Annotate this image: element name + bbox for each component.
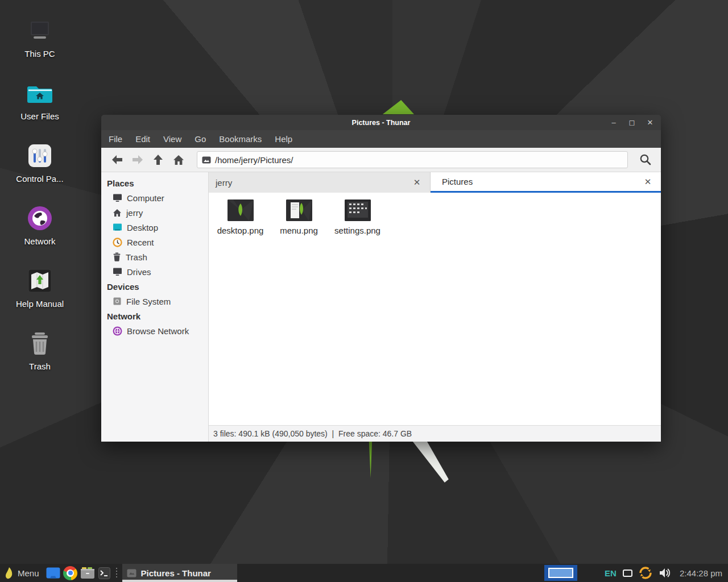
sidebar-item-computer[interactable]: Computer xyxy=(101,190,208,205)
update-manager-icon[interactable] xyxy=(639,566,652,580)
help-manual-icon xyxy=(10,267,69,294)
system-tray: EN 2:44:28 pm xyxy=(605,566,728,580)
sidebar-item-recent[interactable]: Recent xyxy=(101,235,208,250)
sidebar-item-jerry[interactable]: jerry xyxy=(101,205,208,220)
image-file-icon xyxy=(202,156,211,164)
monitor-icon xyxy=(113,267,122,276)
sidebar-item-label: File System xyxy=(126,297,171,306)
sidebar-item-trash[interactable]: Trash xyxy=(101,250,208,264)
sidebar-item-label: Drives xyxy=(127,267,151,277)
search-button[interactable] xyxy=(636,151,655,169)
sidebar-heading-places: Places xyxy=(101,176,208,190)
desktop-icon xyxy=(113,223,122,232)
menu-file[interactable]: File xyxy=(107,132,123,146)
desktop-icon-control-panel[interactable]: Control Pa... xyxy=(10,142,69,184)
menu-bar: File Edit View Go Bookmarks Help xyxy=(101,130,661,148)
menu-view[interactable]: View xyxy=(162,132,183,146)
forward-arrow-icon xyxy=(131,155,144,165)
taskbar-window-label: Pictures - Thunar xyxy=(141,568,211,578)
desktop-icon-label: Help Manual xyxy=(10,299,69,309)
status-text: 3 files: 490.1 kB (490,050 bytes) | Free… xyxy=(213,429,412,438)
window-titlebar[interactable]: Pictures - Thunar – ◻ ✕ xyxy=(101,115,661,130)
image-thumbnail xyxy=(345,199,371,221)
sidebar-heading-devices: Devices xyxy=(101,279,208,294)
sidebar-item-label: Computer xyxy=(127,193,164,203)
desktop-icon-user-files[interactable]: User Files xyxy=(10,80,69,121)
sidebar-item-label: Desktop xyxy=(127,223,158,232)
clock-icon xyxy=(113,238,122,247)
monitor-icon xyxy=(113,193,122,202)
file-name: desktop.png xyxy=(217,226,264,235)
wallpaper-logo-fragment xyxy=(411,442,451,483)
terminal-launcher[interactable] xyxy=(96,564,113,582)
sidebar-item-label: Trash xyxy=(126,252,147,262)
up-button[interactable] xyxy=(148,151,168,169)
sidebar-item-file-system[interactable]: File System xyxy=(101,294,208,309)
taskbar-window-button[interactable]: Pictures - Thunar xyxy=(122,564,237,582)
desktop-icon-trash[interactable]: Trash xyxy=(10,330,69,371)
desktop-icon-label: This PC xyxy=(10,49,69,59)
search-icon xyxy=(639,153,652,166)
network-globe-icon xyxy=(10,205,69,232)
desktop-icon-label: Trash xyxy=(10,361,69,371)
image-thumbnail xyxy=(228,199,254,221)
home-button[interactable] xyxy=(168,151,189,169)
desktop-wallpaper: This PC User Files xyxy=(0,0,728,582)
forward-button[interactable] xyxy=(127,151,148,169)
terminal-icon xyxy=(98,567,110,579)
globe-icon xyxy=(113,326,122,336)
tab-label: Pictures xyxy=(437,177,642,186)
maximize-button[interactable]: ◻ xyxy=(627,118,637,127)
sidebar-item-label: Recent xyxy=(127,238,154,247)
home-folder-icon xyxy=(10,80,69,107)
file-list-pane[interactable]: desktop.png menu.png xyxy=(209,193,661,425)
close-button[interactable]: ✕ xyxy=(645,118,655,127)
tab-bar: jerry ✕ Pictures ✕ xyxy=(209,172,661,193)
path-text: /home/jerry/Pictures/ xyxy=(215,155,293,165)
keyboard-layout-indicator[interactable]: EN xyxy=(605,568,617,578)
panel-drag-handle[interactable] xyxy=(115,568,119,578)
back-button[interactable] xyxy=(107,151,127,169)
minimize-button[interactable]: – xyxy=(609,118,619,127)
places-sidebar: Places Computer jerry xyxy=(101,172,209,442)
status-bar: 3 files: 490.1 kB (490,050 bytes) | Free… xyxy=(209,425,661,442)
menu-bookmarks[interactable]: Bookmarks xyxy=(218,132,263,146)
toolbar: /home/jerry/Pictures/ xyxy=(101,148,661,172)
display-icon[interactable] xyxy=(623,569,632,577)
show-desktop-button[interactable] xyxy=(45,564,62,582)
volume-icon[interactable] xyxy=(659,567,671,579)
desktop-icon-this-pc[interactable]: This PC xyxy=(10,17,69,59)
thunar-window: Pictures - Thunar – ◻ ✕ File Edit View G… xyxy=(101,115,661,442)
sidebar-item-desktop[interactable]: Desktop xyxy=(101,220,208,235)
file-item-menu-png[interactable]: menu.png xyxy=(272,199,326,235)
menu-help[interactable]: Help xyxy=(274,132,293,146)
sidebar-item-browse-network[interactable]: Browse Network xyxy=(101,323,208,338)
show-desktop-icon xyxy=(46,567,60,579)
sidebar-item-drives[interactable]: Drives xyxy=(101,264,208,279)
control-panel-icon xyxy=(10,142,69,169)
menu-button-label: Menu xyxy=(18,568,39,578)
desktop-icon-label: User Files xyxy=(10,111,69,121)
desktop-icon-help-manual[interactable]: Help Manual xyxy=(10,267,69,309)
file-manager-launcher[interactable] xyxy=(79,564,96,582)
file-item-desktop-png[interactable]: desktop.png xyxy=(213,199,267,235)
tab-close-icon[interactable]: ✕ xyxy=(642,177,654,187)
file-name: menu.png xyxy=(280,226,318,235)
menu-edit[interactable]: Edit xyxy=(134,132,151,146)
path-bar[interactable]: /home/jerry/Pictures/ xyxy=(197,151,628,168)
computer-icon xyxy=(10,17,69,44)
wallpaper-logo-fragment xyxy=(380,100,414,114)
file-name: settings.png xyxy=(334,226,380,235)
tab-jerry[interactable]: jerry ✕ xyxy=(209,172,431,193)
active-workspace[interactable] xyxy=(548,568,573,578)
workspace-switcher[interactable] xyxy=(544,565,577,581)
tab-pictures[interactable]: Pictures ✕ xyxy=(431,172,661,193)
home-icon xyxy=(173,155,184,165)
desktop-icon-network[interactable]: Network xyxy=(10,205,69,246)
drive-icon xyxy=(113,297,122,306)
menu-go[interactable]: Go xyxy=(193,132,207,146)
chrome-launcher[interactable] xyxy=(62,564,79,582)
tab-close-icon[interactable]: ✕ xyxy=(411,177,423,188)
file-item-settings-png[interactable]: settings.png xyxy=(330,199,384,235)
menu-button[interactable]: Menu xyxy=(0,564,45,582)
